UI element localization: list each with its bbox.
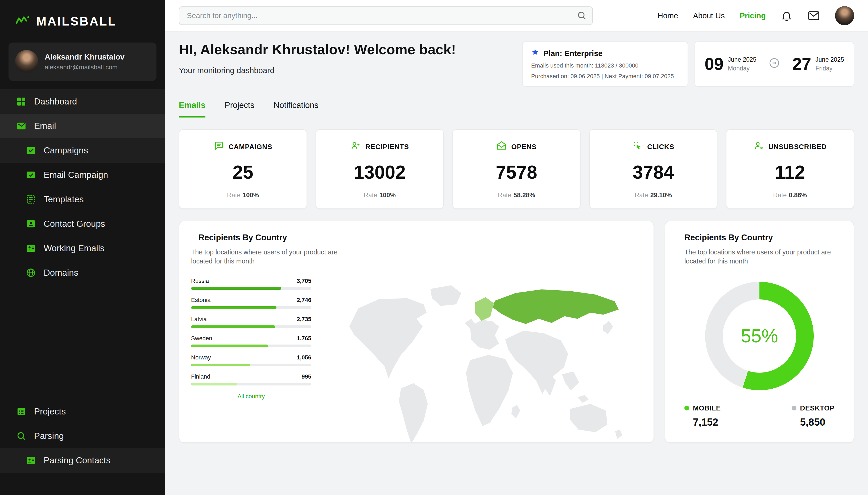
legend-label: DESKTOP <box>800 404 834 412</box>
sidebar-item-campaigns[interactable]: Campaigns <box>0 138 165 163</box>
sidebar-item-label: Projects <box>34 407 66 416</box>
country-row: Estonia2,746 <box>191 297 311 309</box>
tab-projects[interactable]: Projects <box>225 101 255 118</box>
country-value: 1,765 <box>297 335 311 342</box>
stat-label: CAMPAIGNS <box>229 143 272 151</box>
mail-icon[interactable] <box>807 9 820 22</box>
tab-notifications[interactable]: Notifications <box>274 101 318 118</box>
header-cards: Plan: Enterprise Emails used this month:… <box>522 41 854 87</box>
country-row: Sweden1,765 <box>191 335 311 347</box>
message-icon <box>214 140 224 153</box>
top-nav: Home About Us Pricing <box>657 6 854 25</box>
stat-rate-label: Rate <box>498 191 511 199</box>
stat-card-opens: OPENS 7578 Rate58.28% <box>452 129 580 209</box>
bell-icon[interactable] <box>781 10 792 21</box>
country-chart-subtitle: The top locations where users of your pr… <box>191 248 351 266</box>
brand-logo[interactable]: MAILSBALL <box>0 0 165 38</box>
plan-purchase: Purchased on: 09.06.2025 | Next Payment:… <box>531 73 679 80</box>
sidebar: MAILSBALL Aleksandr Khrustalov aleksandr… <box>0 0 165 495</box>
stat-card-unsubscribed: UNSUBSCRIBED 112 Rate0.86% <box>726 129 854 209</box>
sidebar-item-dashboard[interactable]: Dashboard <box>0 89 165 114</box>
date-end-weekday: Friday <box>816 65 844 72</box>
search-icon[interactable] <box>576 10 588 23</box>
person-x-icon <box>753 140 764 153</box>
map-scandinavia-highlight <box>475 297 494 321</box>
sidebar-item-parsing[interactable]: Parsing <box>0 424 165 448</box>
user-profile-card[interactable]: Aleksandr Khrustalov aleksandr@mailsball… <box>9 42 157 81</box>
country-chart-card: Recipients By Country The top locations … <box>179 221 654 443</box>
country-bar <box>191 383 237 386</box>
contact-card-icon <box>26 455 36 466</box>
map-russia-highlight <box>493 289 619 324</box>
sidebar-item-label: Domains <box>44 268 78 278</box>
sidebar-item-projects[interactable]: Projects <box>0 399 165 424</box>
envelope-check-icon <box>26 170 36 180</box>
template-icon <box>26 194 36 205</box>
device-chart-card: Recipients By Country The top locations … <box>665 221 854 443</box>
country-bar <box>191 364 250 366</box>
sidebar-item-domains[interactable]: Domains <box>0 260 165 285</box>
sidebar-item-working-emails[interactable]: Working Emails <box>0 236 165 260</box>
magnifier-icon <box>16 431 27 441</box>
nav-pricing[interactable]: Pricing <box>740 12 766 20</box>
arrow-circle-icon[interactable] <box>769 57 780 71</box>
country-name: Estonia <box>191 297 211 304</box>
stat-rate-label: Rate <box>773 191 787 199</box>
legend-value: 7,152 <box>684 416 721 428</box>
globe-icon <box>26 268 36 278</box>
sidebar-item-email[interactable]: Email <box>0 114 165 138</box>
plan-usage: Emails used this month: 113023 / 300000 <box>531 62 679 69</box>
envelope-check-icon <box>26 145 36 156</box>
stat-value: 112 <box>734 161 846 183</box>
person-key-icon <box>350 140 361 153</box>
stat-rate-value: 100% <box>243 191 259 199</box>
sidebar-item-label: Templates <box>44 194 84 204</box>
topbar-avatar[interactable] <box>835 6 854 25</box>
search-input[interactable] <box>179 6 593 25</box>
sidebar-item-label: Parsing <box>34 431 64 441</box>
all-country-link[interactable]: All country <box>191 393 311 400</box>
charts-row: Recipients By Country The top locations … <box>179 221 854 443</box>
plan-card: Plan: Enterprise Emails used this month:… <box>522 41 688 87</box>
country-value: 2,735 <box>297 316 311 323</box>
app-root: MAILSBALL Aleksandr Khrustalov aleksandr… <box>0 0 868 495</box>
contact-badge-icon <box>26 219 36 229</box>
sidebar-item-label: Campaigns <box>44 146 88 155</box>
legend-mobile: MOBILE 7,152 <box>684 404 721 428</box>
sidebar-item-parsing-contacts[interactable]: Parsing Contacts <box>0 448 165 473</box>
sidebar-item-label: Email Campaign <box>44 170 108 180</box>
tab-emails[interactable]: Emails <box>179 101 206 118</box>
sidebar-item-label: Parsing Contacts <box>44 455 111 465</box>
country-name: Latvia <box>191 316 207 323</box>
country-value: 2,746 <box>297 297 311 304</box>
country-bar <box>191 287 281 290</box>
page-title: HI, Aleksandr Khrustalov! Welcome back! <box>179 41 456 57</box>
sidebar-item-label: Email <box>34 121 56 131</box>
stat-card-recipients: RECIPIENTS 13002 Rate100% <box>315 129 444 209</box>
legend-desktop: DESKTOP 5,850 <box>792 404 834 428</box>
brand-logo-icon <box>15 14 31 29</box>
date-start-day: 09 <box>705 54 723 74</box>
envelope-open-icon <box>496 140 507 153</box>
country-row: Norway1,056 <box>191 354 311 366</box>
nav-about[interactable]: About Us <box>693 12 724 20</box>
country-name: Norway <box>191 354 211 361</box>
user-email: aleksandr@mailsball.com <box>45 64 125 71</box>
stat-value: 13002 <box>324 161 436 183</box>
sidebar-item-label: Contact Groups <box>44 219 105 229</box>
world-map <box>327 277 642 448</box>
sidebar-item-templates[interactable]: Templates <box>0 187 165 211</box>
stat-card-campaigns: CAMPAIGNS 25 Rate100% <box>179 129 307 209</box>
nav-home[interactable]: Home <box>657 12 678 20</box>
topbar: Home About Us Pricing <box>165 0 868 32</box>
sidebar-item-email-campaign[interactable]: Email Campaign <box>0 163 165 187</box>
country-bar <box>191 306 277 309</box>
stat-value: 25 <box>187 161 299 183</box>
sidebar-item-contact-groups[interactable]: Contact Groups <box>0 211 165 236</box>
device-chart-title: Recipients By Country <box>677 233 842 242</box>
stat-value: 7578 <box>460 161 573 183</box>
greeting-block: HI, Aleksandr Khrustalov! Welcome back! … <box>179 41 456 75</box>
sidebar-spacer <box>0 285 165 399</box>
date-end-month: June 2025 <box>816 56 844 63</box>
main-area: Home About Us Pricing HI, Aleksandr Khru… <box>165 0 868 495</box>
